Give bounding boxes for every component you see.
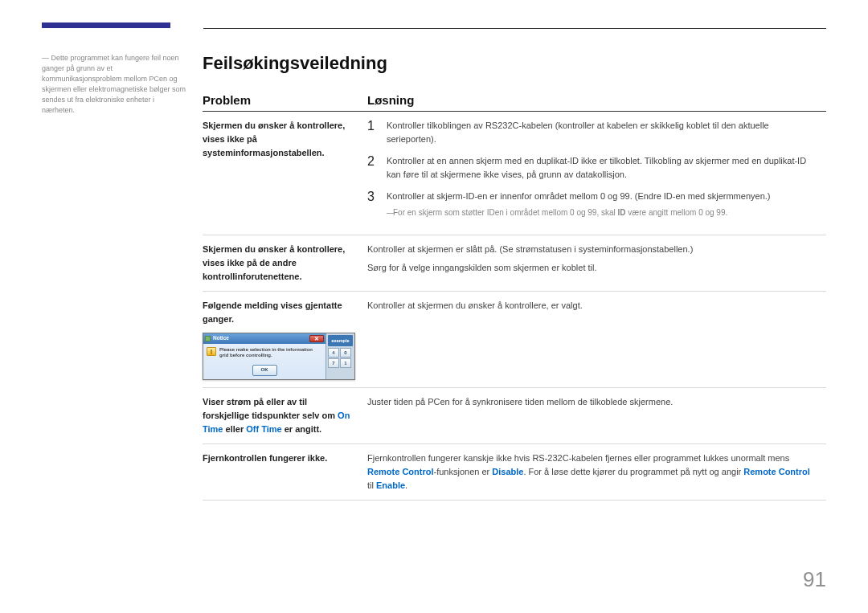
sidebar-note-text: Dette programmet kan fungere feil noen g…: [42, 54, 186, 114]
solution-cell: Juster tiden på PCen for å synkronisere …: [367, 387, 826, 443]
solution-list: Kontroller tilkoblingen av RS232C-kabele…: [367, 119, 818, 219]
page-number: 91: [803, 567, 826, 592]
close-icon: ✕: [309, 335, 324, 342]
problem-cell: Skjermen du ønsker å kontrollere, vises …: [203, 112, 367, 235]
sidebar-note: ― Dette programmet kan fungere feil noen…: [42, 53, 203, 501]
problem-cell: Skjermen du ønsker å kontrollere, vises …: [203, 235, 367, 291]
solution-cell: Kontroller tilkoblingen av RS232C-kabele…: [367, 112, 826, 235]
troubleshooting-table: Problem Løsning Skjermen du ønsker å kon…: [203, 93, 826, 501]
problem-cell: Fjernkontrollen fungerer ikke.: [203, 443, 367, 500]
table-row: Fjernkontrollen fungerer ikke. Fjernkont…: [203, 443, 826, 500]
list-item: Kontroller at skjerm-ID-en er innenfor o…: [367, 190, 818, 219]
dialog-message: Please make selection in the information…: [219, 347, 322, 358]
solution-cell: Fjernkontrollen fungerer kanskje ikke hv…: [367, 443, 826, 500]
dialog-side-panel: example 4 0 7 1: [326, 333, 354, 379]
footnote: ― For en skjerm som støtter IDen i områd…: [387, 206, 818, 219]
table-row: Skjermen du ønsker å kontrollere, vises …: [203, 235, 826, 291]
table-row: Skjermen du ønsker å kontrollere, vises …: [203, 112, 826, 235]
problem-cell: Følgende melding vises gjentatte ganger.…: [203, 291, 367, 387]
dialog-screenshot: Notice ✕ Please make selection in the in…: [203, 333, 355, 380]
accent-bar: [42, 22, 170, 28]
grid-cell: 7: [328, 358, 339, 368]
main-content: Feilsøkingsveiledning Problem Løsning Sk…: [203, 53, 826, 501]
problem-cell: Viser strøm på eller av til forskjellige…: [203, 387, 367, 443]
grid-cell: 1: [340, 358, 351, 368]
list-item: Kontroller tilkoblingen av RS232C-kabele…: [367, 119, 818, 146]
header-solution: Løsning: [367, 93, 826, 112]
table-row: Viser strøm på eller av til forskjellige…: [203, 387, 826, 443]
solution-cell: Kontroller at skjermen er slått på. (Se …: [367, 235, 826, 291]
warning-icon: [207, 347, 216, 356]
solution-cell: Kontroller at skjermen du ønsker å kontr…: [367, 291, 826, 387]
dialog-title: Notice: [213, 334, 229, 342]
page-title: Feilsøkingsveiledning: [203, 53, 826, 74]
header-rule: [203, 28, 826, 29]
grid-cell: 0: [340, 348, 351, 358]
example-chip: example: [328, 335, 353, 347]
list-item: Kontroller at en annen skjerm med en dup…: [367, 154, 818, 182]
table-row: Følgende melding vises gjentatte ganger.…: [203, 291, 826, 387]
dialog-app-icon: [205, 336, 211, 341]
ok-button: OK: [252, 365, 277, 375]
dialog-titlebar: Notice ✕: [203, 333, 326, 344]
grid-cell: 4: [328, 348, 339, 358]
header-problem: Problem: [203, 93, 367, 112]
